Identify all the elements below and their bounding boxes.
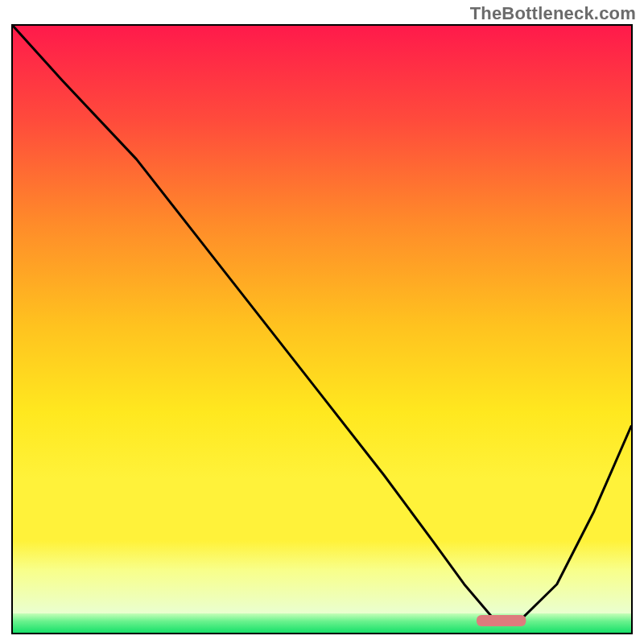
watermark-text: TheBottleneck.com — [470, 3, 636, 24]
chart-frame: TheBottleneck.com — [0, 0, 644, 644]
gradient-red-yellow — [13, 26, 631, 541]
plot-area — [11, 24, 633, 634]
chart-svg — [13, 26, 631, 633]
gradient-green-base — [13, 613, 631, 633]
optimal-marker — [477, 615, 526, 626]
